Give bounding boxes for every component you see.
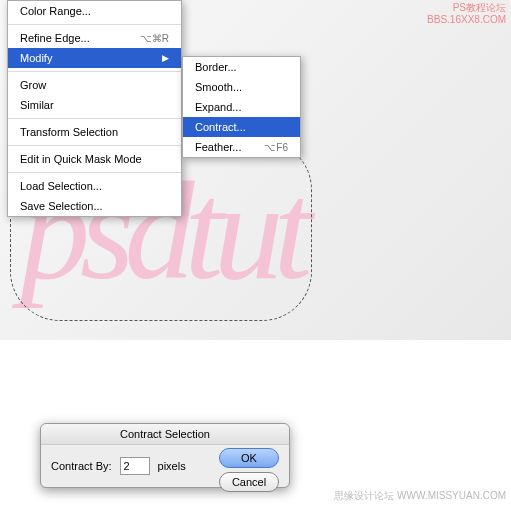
menu-item-label: Contract... [195,121,246,133]
menu-item-label: Feather... [195,141,241,153]
menu-item-label: Color Range... [20,5,91,17]
menu-separator [8,24,181,25]
menu-item-label: Border... [195,61,237,73]
dialog-title: Contract Selection [41,424,289,445]
submenu-item-expand[interactable]: Expand... [183,97,300,117]
modify-submenu: Border...Smooth...Expand...Contract...Fe… [182,56,301,158]
select-menu: Color Range...Refine Edge...⌥⌘RModify▶Gr… [7,0,182,217]
menu-item-color-range[interactable]: Color Range... [8,1,181,21]
menu-item-load-selection[interactable]: Load Selection... [8,176,181,196]
contract-by-input[interactable] [120,457,150,475]
watermark-top: PS教程论坛 BBS.16XX8.COM [427,2,506,26]
menu-item-label: Grow [20,79,46,91]
menu-item-grow[interactable]: Grow [8,75,181,95]
menu-shortcut: ⌥⌘R [140,33,169,44]
submenu-item-smooth[interactable]: Smooth... [183,77,300,97]
menu-item-modify[interactable]: Modify▶ [8,48,181,68]
submenu-item-border[interactable]: Border... [183,57,300,77]
submenu-item-contract[interactable]: Contract... [183,117,300,137]
submenu-arrow-icon: ▶ [162,53,169,63]
menu-item-label: Expand... [195,101,241,113]
menu-item-label: Edit in Quick Mask Mode [20,153,142,165]
menu-item-label: Modify [20,52,52,64]
menu-separator [8,71,181,72]
contract-dialog: Contract Selection Contract By: pixels O… [40,423,290,488]
menu-item-label: Save Selection... [20,200,103,212]
menu-item-label: Load Selection... [20,180,102,192]
menu-item-similar[interactable]: Similar [8,95,181,115]
menu-item-label: Transform Selection [20,126,118,138]
cancel-button[interactable]: Cancel [219,472,279,492]
menu-item-transform-selection[interactable]: Transform Selection [8,122,181,142]
menu-separator [8,118,181,119]
ok-button[interactable]: OK [219,448,279,468]
menu-item-label: Similar [20,99,54,111]
menu-item-label: Smooth... [195,81,242,93]
watermark-bottom: 思缘设计论坛 WWW.MISSYUAN.COM [334,489,506,503]
menu-item-label: Refine Edge... [20,32,90,44]
unit-label: pixels [158,460,186,472]
menu-separator [8,172,181,173]
submenu-item-feather[interactable]: Feather...⌥F6 [183,137,300,157]
menu-item-save-selection[interactable]: Save Selection... [8,196,181,216]
menu-shortcut: ⌥F6 [264,142,288,153]
menu-item-edit-in-quick-mask-mode[interactable]: Edit in Quick Mask Mode [8,149,181,169]
menu-item-refine-edge[interactable]: Refine Edge...⌥⌘R [8,28,181,48]
field-label: Contract By: [51,460,112,472]
menu-separator [8,145,181,146]
